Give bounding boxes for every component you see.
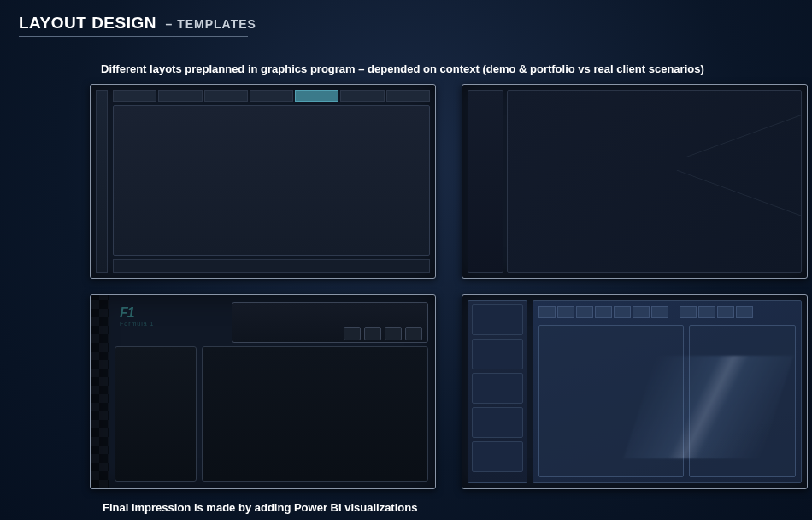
t4-tabs: [538, 306, 796, 320]
t3-main-panel: [202, 346, 428, 482]
t4-tab: [736, 306, 753, 318]
t3-logo-sub: Formula 1: [120, 321, 179, 327]
t4-nav-icon: [472, 304, 523, 335]
template-thumbnail-4: [462, 294, 808, 489]
t3-tiles: [344, 327, 422, 340]
t3-logo: F1 Formula 1: [120, 305, 179, 324]
t4-tab: [680, 306, 697, 318]
t4-tab: [538, 306, 556, 318]
t1-tab: [113, 90, 156, 102]
template-thumbnail-2: [462, 84, 808, 279]
slide-title: LAYOUT DESIGN: [19, 14, 156, 32]
t4-tab: [595, 306, 612, 318]
t4-tab: [651, 306, 668, 318]
t1-main-panel: [113, 105, 430, 256]
template-thumbnail-1: [90, 84, 436, 279]
t4-nav-icon: [472, 441, 523, 472]
t4-nav-icon: [472, 407, 523, 438]
t1-tab: [250, 90, 293, 102]
t3-tile: [385, 327, 402, 340]
t3-body: F1 Formula 1: [115, 302, 428, 482]
slide-subheading: Different layots preplanned in graphics …: [101, 62, 812, 75]
t3-tile: [344, 327, 361, 340]
t4-tab: [614, 306, 631, 318]
t4-nav-icon: [472, 339, 523, 369]
template-thumbnail-3: F1 Formula 1: [90, 294, 436, 489]
t4-nav-icon: [472, 373, 523, 404]
t4-tab: [557, 306, 574, 318]
t3-logo-main: F1: [120, 305, 134, 320]
t4-tab: [717, 306, 734, 318]
slide-header: LAYOUT DESIGN – TEMPLATES: [0, 0, 812, 44]
t4-tab-group: [538, 306, 668, 320]
t2-left-panel: [468, 90, 503, 273]
t4-tab: [633, 306, 650, 318]
t1-sidebar: [96, 90, 108, 273]
t3-left-panel: [115, 346, 197, 482]
slide-footer-text: Final impression is made by adding Power…: [103, 501, 812, 514]
template-grid: F1 Formula 1: [90, 84, 812, 489]
t4-left-nav: [468, 300, 527, 483]
header-rule: [19, 36, 248, 37]
t1-tab-active: [295, 90, 338, 102]
t1-footer-panel: [113, 259, 430, 273]
t3-tile: [364, 327, 381, 340]
t3-checker-strip: [91, 295, 109, 488]
t2-main-panel: [507, 90, 802, 273]
t4-tab: [576, 306, 593, 318]
t3-top-right-panel: [232, 302, 428, 343]
t1-tab: [158, 90, 202, 102]
slide-subtitle: – TEMPLATES: [165, 17, 256, 31]
t4-tab-group: [680, 306, 753, 320]
t1-tab: [340, 90, 384, 102]
t3-tile: [405, 327, 422, 340]
t4-right-area: [533, 300, 802, 483]
t4-tab: [698, 306, 715, 318]
t1-tab: [386, 90, 430, 102]
t1-tabs: [113, 90, 430, 102]
t1-tab: [204, 90, 248, 102]
